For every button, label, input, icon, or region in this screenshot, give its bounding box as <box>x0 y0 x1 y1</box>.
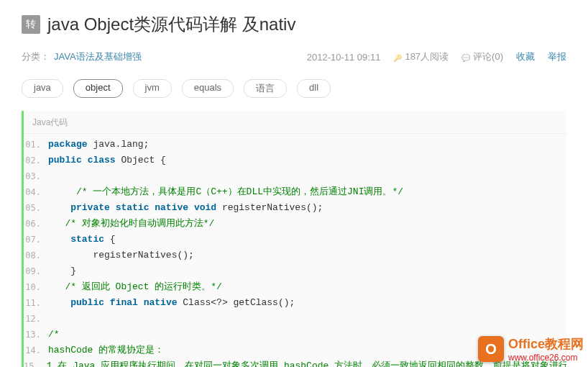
code-content: private static native void registerNativ… <box>48 200 566 216</box>
tag-语言[interactable]: 语言 <box>244 79 287 98</box>
code-content <box>48 311 566 327</box>
code-line: 11. public final native Class<?> getClas… <box>24 295 566 311</box>
tag-equals[interactable]: equals <box>182 79 234 98</box>
code-line: 02.public class Object { <box>24 153 566 168</box>
line-number: 05. <box>24 200 48 216</box>
line-number: 14. <box>24 343 48 358</box>
tag-java[interactable]: java <box>22 79 63 98</box>
tag-dll[interactable]: dll <box>297 79 331 98</box>
line-number: 06. <box>24 216 48 232</box>
watermark: O Office教程网 www.office26.com <box>478 335 584 363</box>
comment-icon <box>461 52 470 63</box>
code-line: 01.package java.lang; <box>24 137 566 153</box>
line-number: 08. <box>24 248 48 263</box>
line-number: 10. <box>24 279 48 295</box>
report-link[interactable]: 举报 <box>548 50 566 63</box>
watermark-brand: Office教程网 <box>508 335 584 353</box>
code-content: public final native Class<?> getClass(); <box>48 295 566 311</box>
line-number: 13. <box>24 327 48 343</box>
line-number: 15. <box>24 358 47 367</box>
code-line: 06. /* 对象初始化时自动调用此方法*/ <box>24 216 566 232</box>
title-row: 转 java Object类源代码详解 及nativ <box>22 13 566 36</box>
line-number: 12. <box>24 311 48 327</box>
code-content: } <box>48 263 566 279</box>
code-line: 03. <box>24 168 566 184</box>
code-content: /* 返回此 Object 的运行时类。*/ <box>48 279 566 295</box>
code-content: static { <box>48 232 566 248</box>
read-count: 187人阅读 <box>393 50 449 63</box>
code-content: public class Object { <box>48 153 566 168</box>
line-number: 11. <box>24 295 48 311</box>
code-lines: 01.package java.lang; 02.public class Ob… <box>24 134 566 367</box>
line-number: 07. <box>24 232 48 248</box>
tag-object[interactable]: object <box>73 79 123 98</box>
comments-link[interactable]: 评论(0) <box>461 50 503 63</box>
watermark-url: www.office26.com <box>508 353 584 363</box>
line-number: 09. <box>24 263 48 279</box>
category-label: 分类： <box>22 50 50 63</box>
line-number: 03. <box>24 168 48 184</box>
code-line: 07. static { <box>24 232 566 248</box>
code-content: registerNatives(); <box>48 248 566 263</box>
code-line: 05. private static native void registerN… <box>24 200 566 216</box>
category-link[interactable]: JAVA语法及基础增强 <box>54 50 142 63</box>
code-content: package java.lang; <box>48 137 566 153</box>
code-language-label: Java代码 <box>24 111 566 134</box>
code-block: Java代码 01.package java.lang; 02.public c… <box>22 111 566 367</box>
line-number: 04. <box>24 184 48 200</box>
code-line: 09. } <box>24 263 566 279</box>
code-content <box>48 168 566 184</box>
line-number: 02. <box>24 153 48 168</box>
key-icon <box>393 52 402 63</box>
tag-jvm[interactable]: jvm <box>133 79 172 98</box>
code-line: 10. /* 返回此 Object 的运行时类。*/ <box>24 279 566 295</box>
favorite-link[interactable]: 收藏 <box>516 50 535 63</box>
repost-badge: 转 <box>22 15 40 34</box>
code-line: 08. registerNatives(); <box>24 248 566 263</box>
article-header: 转 java Object类源代码详解 及nativ 分类： JAVA语法及基础… <box>0 0 588 71</box>
code-content: /* 一个本地方法，具体是用C（C++）在DLL中实现的，然后通过JNI调用。*… <box>48 184 566 200</box>
publish-datetime: 2012-10-11 09:11 <box>307 52 381 63</box>
code-line: 12. <box>24 311 566 327</box>
code-line: 04. /* 一个本地方法，具体是用C（C++）在DLL中实现的，然后通过JNI… <box>24 184 566 200</box>
meta-row: 分类： JAVA语法及基础增强 2012-10-11 09:11 187人阅读 … <box>22 50 566 63</box>
article-title: java Object类源代码详解 及nativ <box>47 13 295 36</box>
tags-row: javaobjectjvmequals语言dll <box>0 71 588 111</box>
line-number: 01. <box>24 137 48 153</box>
office-logo-icon: O <box>478 336 504 362</box>
code-content: /* 对象初始化时自动调用此方法*/ <box>48 216 566 232</box>
